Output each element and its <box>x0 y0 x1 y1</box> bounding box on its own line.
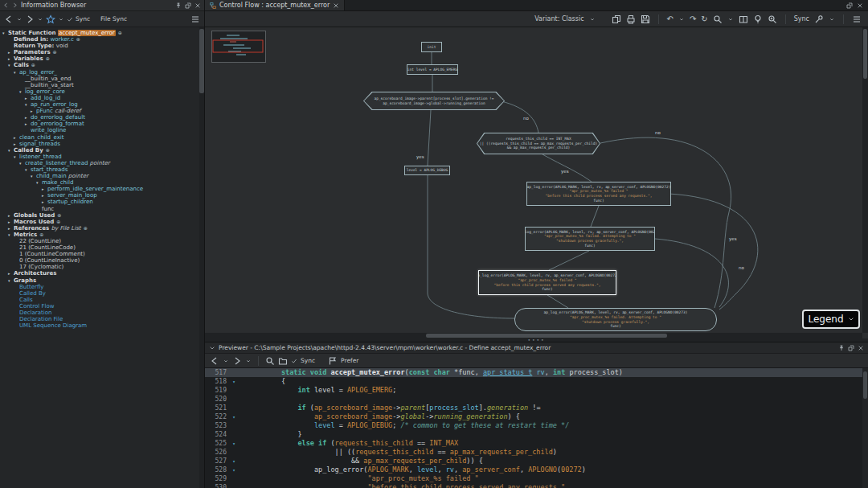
code-line[interactable]: 519 int level = APLOG_EMERG; <box>205 386 868 395</box>
preview-back-icon[interactable] <box>210 356 219 366</box>
file-sync-label[interactable]: File Sync <box>100 15 127 23</box>
history-forward-caret-icon[interactable] <box>37 16 43 23</box>
tree-item[interactable]: ▾ap_log_error_ <box>0 69 204 76</box>
tree-item[interactable]: ▾Metrics⊕ <box>0 232 204 238</box>
tree-item[interactable]: 17 (Cyclomatic) <box>0 264 204 270</box>
tree-item[interactable]: ▾start_threads <box>0 166 204 173</box>
panel-menu-icon[interactable] <box>190 14 200 24</box>
expand-badge[interactable]: ⊕ <box>118 30 122 35</box>
float-icon[interactable] <box>185 2 191 9</box>
tree-item[interactable]: Calls <box>0 297 204 303</box>
variant-selector[interactable]: Variant: Classic <box>534 15 583 23</box>
code-line[interactable]: 530 "before this child process served an… <box>205 483 868 488</box>
copy-icon[interactable] <box>612 14 621 24</box>
favorites-caret-icon[interactable] <box>58 16 64 23</box>
hint-bulb-icon[interactable] <box>753 14 763 24</box>
tree-item[interactable]: 22 (CountLine) <box>0 238 204 244</box>
tree-item[interactable]: ▾child_main pointer <box>0 173 204 179</box>
code-line[interactable]: 517 static void accept_mutex_error(const… <box>205 368 868 377</box>
tree-item[interactable]: 0 (CountLineInactive) <box>0 257 204 264</box>
tree-item[interactable]: UML Sequence Diagram <box>0 322 204 329</box>
tree-item[interactable]: ▸Globals Used⊕ <box>0 212 204 219</box>
flow-node-elseif-requests[interactable]: requests_this_child == INT_MAX|| ((reque… <box>477 133 600 154</box>
tree-item[interactable]: Called By <box>0 290 204 297</box>
tree-item[interactable]: Defined in: worker.c⊕ <box>0 36 204 43</box>
graph-vscrollbar[interactable] <box>862 27 868 333</box>
graph-hscrollbar[interactable] <box>205 333 862 338</box>
tree-item[interactable]: Control Flow <box>0 303 204 310</box>
preview-sync-label[interactable]: Sync <box>301 357 315 364</box>
tree-item[interactable]: ▸do_errorlog_format <box>0 121 204 127</box>
tree-item[interactable]: ▾Graphs <box>0 277 204 284</box>
tree-item[interactable]: ▾create_listener_thread pointer <box>0 160 204 166</box>
tree-item[interactable]: ▾ap_run_error_log <box>0 101 204 108</box>
expand-badge[interactable]: ⊕ <box>56 219 60 224</box>
code-line[interactable]: 526 || ((requests_this_child == ap_max_r… <box>205 448 868 457</box>
code-line[interactable]: 523 level = APLOG_DEBUG; /* common to ge… <box>205 421 868 430</box>
close-icon[interactable] <box>858 345 864 351</box>
pin-icon[interactable] <box>175 2 182 9</box>
refresh-icon[interactable]: ↻ <box>701 15 707 23</box>
float-icon[interactable] <box>848 345 854 351</box>
flow-node-level-init[interactable]: int level = APLOG_EMERG <box>407 64 458 75</box>
code-line[interactable]: 529 "apr_proc_mutex_%s failed " <box>205 474 868 483</box>
zoom-in-icon[interactable] <box>768 14 777 24</box>
legend-button[interactable]: Legend <box>802 310 860 329</box>
preview-forward-caret-icon[interactable] <box>245 358 252 364</box>
graph-menu-icon[interactable] <box>852 14 862 24</box>
search-icon[interactable] <box>713 14 723 24</box>
code-editor[interactable]: 517 static void accept_mutex_error(const… <box>205 368 868 488</box>
tree-item[interactable]: ▸perform_idle_server_maintenance <box>0 186 204 192</box>
tree-item[interactable]: ▸signal_threads <box>0 141 204 147</box>
nav-back-icon[interactable] <box>3 2 9 8</box>
tree-item[interactable]: ▸Architectures <box>0 270 204 277</box>
tree-item[interactable]: ▾make_child <box>0 179 204 186</box>
code-line[interactable]: 522▾ ap_scoreboard_image->global->runnin… <box>205 412 868 421</box>
tree-item[interactable]: ▸do_errorlog_default <box>0 114 204 121</box>
tree-item[interactable]: ▾log_error_core <box>0 88 204 95</box>
undo-icon[interactable]: ↶ <box>667 15 674 23</box>
overview-icon[interactable] <box>739 14 748 24</box>
tree-item[interactable]: ▸References by File List⊕ <box>0 225 204 232</box>
preview-search-icon[interactable] <box>265 356 275 366</box>
collapse-chevron-icon[interactable] <box>209 345 215 351</box>
code-line[interactable]: 524 } <box>205 430 868 439</box>
tree-item[interactable]: ▾Static Function accept_mutex_error⊕ <box>0 30 204 36</box>
code-line[interactable]: 520 <box>205 395 868 404</box>
prefer-flag-icon[interactable] <box>328 356 338 366</box>
flow-node-init[interactable]: init <box>421 42 442 52</box>
tree-item[interactable]: ▾Calls⊕ <box>0 62 204 68</box>
expand-badge[interactable]: ⊕ <box>57 212 61 218</box>
code-line[interactable]: 518▾{ <box>205 377 868 386</box>
flow-node-log-error-273[interactable]: ap_log_error(APLOG_MARK, level, rv, ap_s… <box>525 227 655 251</box>
redo-icon[interactable]: ↷ <box>690 15 696 23</box>
tree-item[interactable]: ▾listener_thread <box>0 154 204 160</box>
graph-canvas[interactable]: yesnoyesnoyesnoinitint level = APLOG_EME… <box>205 27 862 333</box>
print-icon[interactable] <box>626 14 636 24</box>
nav-forward-icon[interactable] <box>12 2 18 8</box>
code-line[interactable]: 527▾ && ap_max_requests_per_child)) { <box>205 457 868 465</box>
history-back-caret-icon[interactable] <box>16 16 23 23</box>
history-back-icon[interactable] <box>4 14 14 24</box>
sync-label[interactable]: Sync <box>76 15 90 23</box>
tree-item[interactable]: ▸clean_child_exit <box>0 134 204 141</box>
minimap[interactable] <box>211 31 266 63</box>
close-icon[interactable] <box>857 2 863 9</box>
flow-node-level-debug[interactable]: level = APLOG_DEBUG <box>404 166 450 175</box>
flow-node-if-generation[interactable]: ap_scoreboard_image->parent[process_slot… <box>363 92 505 110</box>
flow-node-log-error-end[interactable]: ap_log_error(APLOG_MARK, level, rv, ap_s… <box>514 308 717 331</box>
tab-close-icon[interactable] <box>333 2 339 9</box>
tree-item[interactable]: ▸Macros Used⊕ <box>0 219 204 225</box>
preview-forward-icon[interactable] <box>232 356 242 366</box>
tree-scrollbar[interactable] <box>199 27 204 488</box>
preview-sync-check-icon[interactable] <box>291 358 297 364</box>
flow-node-log-error-272[interactable]: ap_log_error(APLOG_MARK, level, rv, ap_s… <box>526 182 671 206</box>
graph-sync-label[interactable]: Sync <box>794 15 809 23</box>
code-scrollbar[interactable] <box>862 368 868 488</box>
expand-badge[interactable]: ⊕ <box>53 49 57 55</box>
wrench-caret-icon[interactable] <box>829 16 835 23</box>
tree-item[interactable]: Declaration <box>0 310 204 316</box>
tree-item[interactable]: ▸Variables⊕ <box>0 55 204 62</box>
tree-item[interactable]: ▾Called By⊕ <box>0 147 204 154</box>
tree-item[interactable]: func <box>0 206 204 212</box>
